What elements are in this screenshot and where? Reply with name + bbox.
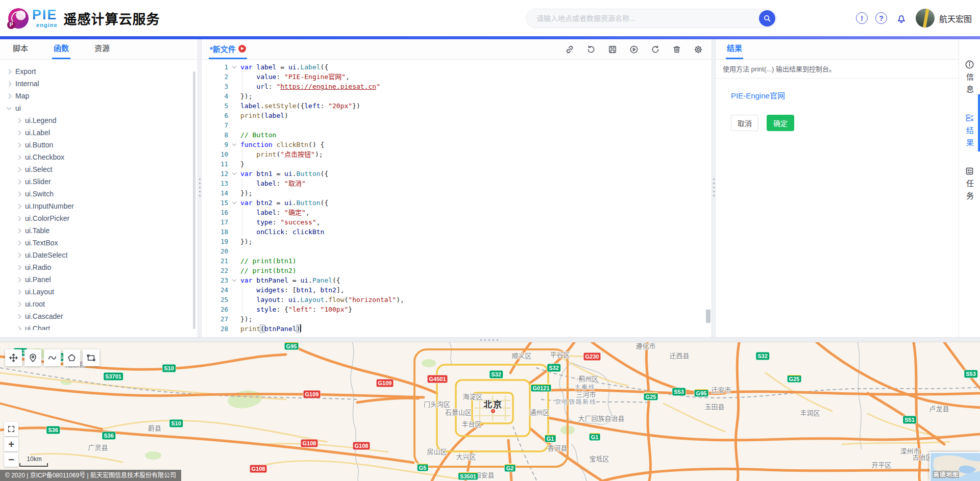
- results-tab[interactable]: 结果: [726, 42, 743, 59]
- code-line-8[interactable]: 8// Button: [202, 130, 712, 140]
- drag-handle-icon: [713, 179, 715, 198]
- editor-scrollbar[interactable]: [706, 310, 710, 323]
- tree-item-Map[interactable]: Map: [0, 90, 198, 102]
- code-line-14[interactable]: 14});: [202, 188, 712, 198]
- settings-button[interactable]: [692, 43, 704, 56]
- code-line-3[interactable]: 3 url: "https://engine.piesat.cn": [202, 82, 712, 91]
- refresh-button[interactable]: [649, 43, 662, 56]
- code-line-21[interactable]: 21// print(btn1): [202, 256, 712, 266]
- share-link-button[interactable]: [564, 43, 576, 56]
- delete-button[interactable]: [671, 43, 683, 56]
- run-indicator-icon[interactable]: [238, 45, 246, 53]
- rail-item-info[interactable]: 信息: [964, 60, 975, 97]
- divider-sidebar-editor[interactable]: [198, 39, 202, 337]
- search-button[interactable]: [759, 10, 775, 27]
- code-area[interactable]: 1var label = ui.Label({2 value: "PIE-Eng…: [202, 60, 712, 334]
- code-line-24[interactable]: 24 widgets: [btn1, btn2],: [202, 285, 712, 295]
- code-line-4[interactable]: 4});: [202, 91, 712, 101]
- tree-item-ui.TextBox[interactable]: ui.TextBox: [0, 237, 198, 249]
- code-line-7[interactable]: 7: [202, 120, 712, 130]
- tree-item-ui.Legend[interactable]: ui.Legend: [0, 114, 198, 126]
- tree-item-ui.Table[interactable]: ui.Table: [0, 224, 198, 237]
- run-button[interactable]: [628, 43, 640, 56]
- code-line-18[interactable]: 18 onClick: clickBtn: [202, 227, 712, 237]
- code-line-1[interactable]: 1var label = ui.Label({: [202, 62, 712, 72]
- code-line-17[interactable]: 17 type: "success",: [202, 217, 712, 227]
- code-line-26[interactable]: 26 style: {"left": "100px"}: [202, 305, 712, 314]
- tree-item-ui.Button[interactable]: ui.Button: [0, 139, 198, 151]
- sidebar-scrollbar[interactable]: [193, 71, 195, 329]
- search-input[interactable]: [526, 9, 777, 28]
- code-line-9[interactable]: 9function clickBtn() {: [202, 140, 712, 149]
- file-tab[interactable]: *新文件: [209, 39, 247, 59]
- tree-item-ui.Cascader[interactable]: ui.Cascader: [0, 310, 198, 322]
- divider-editor-results[interactable]: [712, 39, 716, 337]
- sidebar-tab-函数[interactable]: 函数: [52, 42, 70, 59]
- tree-item-ui.Layout[interactable]: ui.Layout: [0, 286, 198, 298]
- polyline-tool-button[interactable]: [44, 349, 61, 366]
- code-line-27[interactable]: 27});: [202, 314, 712, 324]
- sidebar-tab-脚本[interactable]: 脚本: [11, 42, 30, 59]
- help-icon[interactable]: ?: [875, 12, 887, 24]
- code-line-2[interactable]: 2 value: "PIE-Engine官网",: [202, 72, 712, 82]
- code-line-23[interactable]: 23var btnPanel = ui.Panel({: [202, 275, 712, 285]
- fold-toggle[interactable]: [228, 198, 240, 208]
- tree-item-Export[interactable]: Export: [0, 65, 198, 78]
- fold-toggle[interactable]: [228, 275, 240, 285]
- result-link[interactable]: PIE-Engine官网: [731, 90, 785, 100]
- sidebar-tab-资源[interactable]: 资源: [93, 42, 111, 59]
- rectangle-tool-button[interactable]: [83, 349, 100, 366]
- app-logo[interactable]: P PIE engine 遥感计算云服务: [8, 8, 160, 29]
- code-line-6[interactable]: 6print(label): [202, 111, 712, 120]
- divider-map[interactable]: [0, 337, 980, 342]
- fold-toggle[interactable]: [228, 140, 240, 149]
- undo-button[interactable]: [585, 43, 597, 56]
- code-line-12[interactable]: 12var btn1 = ui.Button({: [202, 169, 712, 179]
- tree-item-ui.ColorPicker[interactable]: ui.ColorPicker: [0, 212, 198, 224]
- tree-item-ui.DateSelect[interactable]: ui.DateSelect: [0, 249, 198, 261]
- user-name[interactable]: 航天宏图: [939, 12, 972, 24]
- marker-tool-button[interactable]: [24, 349, 41, 366]
- tree-item-ui.Slider[interactable]: ui.Slider: [0, 175, 198, 188]
- tree-item-ui.Switch[interactable]: ui.Switch: [0, 188, 198, 200]
- tree-item-ui.Radio[interactable]: ui.Radio: [0, 261, 198, 273]
- bell-icon[interactable]: [895, 12, 908, 25]
- notice-icon[interactable]: !: [856, 12, 868, 24]
- polygon-tool-button[interactable]: [63, 349, 80, 366]
- code-line-10[interactable]: 10 print("点击按钮");: [202, 149, 712, 159]
- tree-item-ui.Panel[interactable]: ui.Panel: [0, 273, 198, 286]
- fold-toggle[interactable]: [228, 62, 240, 72]
- confirm-button[interactable]: 确定: [767, 115, 794, 131]
- save-button[interactable]: [606, 43, 619, 56]
- tree-item-Internal[interactable]: Internal: [0, 78, 198, 90]
- code-line-20[interactable]: 20: [202, 246, 712, 256]
- code-line-13[interactable]: 13 label: "取消": [202, 179, 712, 188]
- map-label-海淀区: 海淀区: [462, 391, 482, 401]
- code-line-25[interactable]: 25 layout: ui.Layout.flow("horizontal"),: [202, 295, 712, 305]
- code-line-19[interactable]: 19});: [202, 237, 712, 246]
- zoom-out-button[interactable]: −: [4, 452, 18, 467]
- tree-item-ui.Chart[interactable]: ui.Chart: [0, 322, 198, 330]
- tree-item-ui.root[interactable]: ui.root: [0, 298, 198, 310]
- cancel-button[interactable]: 取消: [731, 115, 758, 131]
- code-line-5[interactable]: 5label.setStyle({left: "20px"}): [202, 101, 712, 111]
- rail-item-tasks[interactable]: 任务: [964, 166, 975, 204]
- tree-item-ui.Checkbox[interactable]: ui.Checkbox: [0, 151, 198, 163]
- rail-item-results[interactable]: 结果: [964, 113, 975, 151]
- pan-tool-button[interactable]: [5, 349, 22, 366]
- code-line-11[interactable]: 11}: [202, 159, 712, 169]
- tree-item-ui[interactable]: ui: [0, 102, 198, 114]
- zoom-in-button[interactable]: +: [4, 437, 18, 451]
- code-line-22[interactable]: 22// print(btn2): [202, 266, 712, 275]
- minimap[interactable]: 高德地图: [929, 452, 980, 481]
- fold-toggle[interactable]: [228, 169, 240, 179]
- map-view[interactable]: 阳原县蔚县广灵县门头沟区海淀区石景山区丰台区房山区大兴区通州区顺义区平谷区蓟州区…: [0, 342, 980, 481]
- tree-item-ui.Label[interactable]: ui.Label: [0, 126, 198, 139]
- tree-item-ui.InputNumber[interactable]: ui.InputNumber: [0, 200, 198, 212]
- avatar[interactable]: [916, 9, 935, 28]
- fullscreen-button[interactable]: [4, 422, 18, 436]
- code-line-28[interactable]: 28print(btnPanel): [202, 324, 712, 334]
- tree-item-ui.Select[interactable]: ui.Select: [0, 163, 198, 175]
- code-line-15[interactable]: 15var btn2 = ui.Button({: [202, 198, 712, 208]
- code-line-16[interactable]: 16 label: "确定",: [202, 208, 712, 217]
